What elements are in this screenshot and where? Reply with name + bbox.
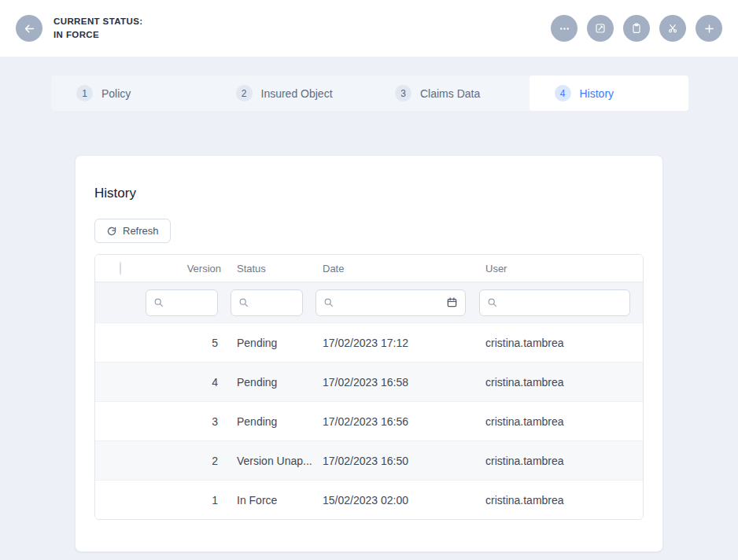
card-title: History (94, 186, 644, 201)
edit-icon (594, 22, 607, 35)
header-actions (551, 15, 722, 42)
current-status-label: CURRENT STATUS: (54, 15, 143, 28)
table-row[interactable]: 4 Pending 17/02/2023 16:58 cristina.tamb… (95, 362, 643, 401)
tab-history[interactable]: 4 History (530, 76, 689, 111)
tab-history-number: 4 (555, 85, 571, 101)
date-filter-input[interactable] (339, 297, 441, 308)
cell-user: cristina.tambrea (473, 494, 643, 507)
search-icon (323, 297, 334, 308)
tab-claims-data-number: 3 (395, 85, 411, 101)
refresh-icon (106, 226, 117, 237)
current-status: CURRENT STATUS: IN FORCE (54, 15, 143, 41)
user-filter-input[interactable] (503, 297, 622, 308)
add-button[interactable] (696, 15, 722, 42)
back-button[interactable] (16, 15, 42, 42)
search-icon (153, 297, 164, 308)
ellipsis-icon (558, 22, 571, 35)
select-all-checkbox[interactable] (120, 261, 121, 275)
column-header-date: Date (315, 263, 473, 274)
tab-policy-number: 1 (76, 85, 93, 101)
search-icon (238, 297, 249, 308)
clipboard-icon (630, 22, 643, 35)
tab-insured-object-label: Insured Object (261, 87, 333, 100)
cell-version: 5 (146, 337, 231, 349)
calendar-icon[interactable] (446, 297, 458, 308)
cell-date: 17/02/2023 16:50 (315, 455, 473, 467)
tab-history-label: History (580, 87, 614, 100)
cell-date: 17/02/2023 16:58 (315, 376, 473, 389)
cell-status: Pending (231, 337, 315, 349)
history-table: Version Status Date User (94, 254, 644, 520)
cell-date: 17/02/2023 16:56 (315, 415, 473, 428)
tab-policy[interactable]: 1 Policy (51, 76, 211, 111)
cell-version: 2 (146, 455, 231, 467)
version-filter-input[interactable] (169, 297, 210, 308)
cell-version: 3 (146, 415, 231, 428)
plus-icon (703, 22, 716, 35)
cell-status: Pending (231, 415, 315, 428)
edit-button[interactable] (587, 15, 614, 42)
copy-button[interactable] (623, 15, 650, 42)
scissors-icon (666, 22, 679, 35)
refresh-label: Refresh (123, 225, 159, 237)
table-row[interactable]: 5 Pending 17/02/2023 17:12 cristina.tamb… (95, 322, 643, 362)
status-filter-input[interactable] (254, 297, 295, 308)
cell-date: 17/02/2023 17:12 (315, 337, 473, 349)
step-tabs: 1 Policy 2 Insured Object 3 Claims Data … (51, 76, 688, 111)
refresh-button[interactable]: Refresh (94, 219, 171, 243)
status-filter (231, 289, 303, 316)
history-card: History Refresh Version Status Date User (75, 155, 663, 552)
tab-claims-data-label: Claims Data (420, 87, 480, 100)
cell-user: cristina.tambrea (473, 415, 643, 428)
tab-policy-label: Policy (101, 87, 131, 100)
tab-insured-object[interactable]: 2 Insured Object (211, 76, 371, 111)
cell-version: 1 (146, 494, 231, 507)
cell-status: Version Unap... (231, 455, 315, 467)
table-filter-row (95, 282, 643, 322)
date-filter (315, 289, 466, 316)
more-options-button[interactable] (551, 15, 577, 42)
table-header-row: Version Status Date User (95, 255, 643, 282)
cell-user: cristina.tambrea (473, 376, 643, 389)
user-filter (479, 289, 630, 316)
cell-status: Pending (231, 376, 315, 389)
column-header-version: Version (146, 263, 231, 274)
column-header-status: Status (231, 263, 315, 274)
tab-insured-object-number: 2 (236, 85, 253, 101)
current-status-value: IN FORCE (54, 28, 143, 42)
top-header: CURRENT STATUS: IN FORCE (0, 0, 738, 57)
version-filter (146, 289, 218, 316)
tab-claims-data[interactable]: 3 Claims Data (370, 76, 530, 111)
arrow-left-icon (23, 22, 36, 35)
cell-status: In Force (231, 494, 315, 507)
cell-date: 15/02/2023 02:00 (315, 494, 473, 507)
cell-version: 4 (146, 376, 231, 389)
cell-user: cristina.tambrea (473, 455, 643, 467)
column-header-user: User (473, 263, 643, 274)
table-row[interactable]: 3 Pending 17/02/2023 16:56 cristina.tamb… (95, 401, 643, 440)
cell-user: cristina.tambrea (473, 337, 643, 349)
cut-button[interactable] (659, 15, 686, 42)
table-row[interactable]: 2 Version Unap... 17/02/2023 16:50 crist… (95, 440, 643, 480)
search-icon (487, 297, 497, 308)
table-row[interactable]: 1 In Force 15/02/2023 02:00 cristina.tam… (95, 480, 643, 519)
